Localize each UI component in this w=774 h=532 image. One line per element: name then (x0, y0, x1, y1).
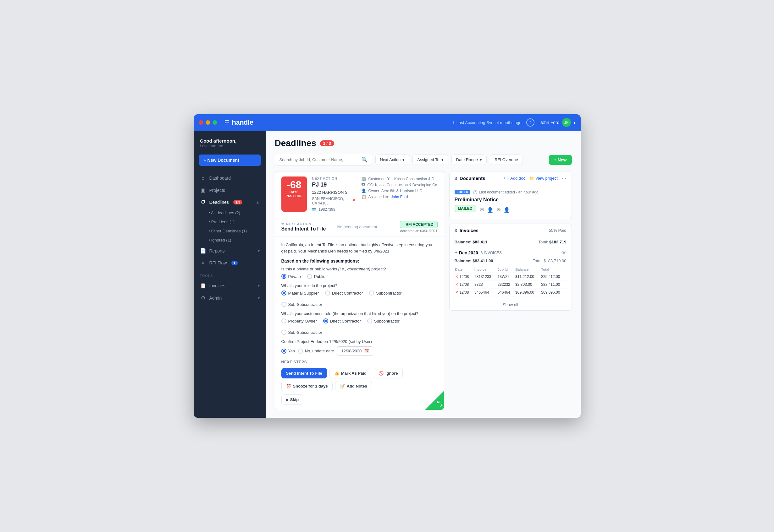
user-area[interactable]: John Ford JF ▾ (539, 118, 575, 127)
user2-icon[interactable]: 👤 (504, 207, 510, 213)
q2-direct-contractor[interactable]: Direct Contractor (325, 290, 363, 296)
deadline-card: -68 DAYS PAST DUE NEXT ACTION PJ 19 1222… (275, 171, 444, 410)
job-id: PJ 19 (312, 182, 356, 188)
skip-button[interactable]: » Skip (281, 394, 304, 405)
q3-property-owner-radio[interactable] (281, 318, 286, 323)
q2-sub-subcontractor-radio[interactable] (281, 302, 286, 307)
rfi-accepted-date: Accepted at: 03/31/2021 (400, 229, 437, 233)
close-button[interactable] (199, 120, 203, 125)
q3-sub-subcontractor-radio[interactable] (281, 330, 286, 335)
q3-subcontractor-radio[interactable] (367, 318, 372, 323)
month-header[interactable]: + Dec 2020 3 INVOICES 👁 (455, 247, 566, 258)
sidebar-item-dashboard[interactable]: ⌂ Dashboard (193, 172, 266, 184)
new-button[interactable]: + New (549, 155, 572, 165)
cell-invoice: 23131233 (474, 273, 497, 281)
next-action-filter[interactable]: Next Action ▾ (375, 155, 410, 165)
col-date: Date (455, 266, 474, 273)
balance-label: Balance: (455, 240, 471, 244)
x-icon[interactable]: ✕ (455, 282, 458, 287)
add-notes-button[interactable]: 📝 Add Notes (335, 381, 372, 391)
invoice-table: Date Invoice Job Id Balance Total ✕12/08… (455, 266, 566, 296)
sidebar-item-rfi-flow[interactable]: ≡ RFI Flow 1 (193, 257, 266, 269)
q4-no[interactable]: No, update date (298, 349, 334, 354)
q1-public-radio[interactable] (307, 274, 312, 279)
new-document-button[interactable]: + New Document (199, 155, 261, 166)
q2-material-supplier[interactable]: Material Supplier (281, 290, 319, 296)
view-project-link[interactable]: 📁 View project (529, 176, 558, 181)
sidebar-item-other-deadlines[interactable]: • Other Deadlines (1) (209, 226, 266, 236)
question-2: What's your role in the project? (281, 283, 438, 288)
sidebar-item-projects[interactable]: ▣ Projects (193, 184, 266, 196)
gc-icon: 🏗 (361, 182, 365, 187)
q2-material-supplier-radio[interactable] (281, 290, 286, 296)
email-icon[interactable]: ✉ (480, 207, 484, 213)
question-4-block: Confirm Project Ended on 12/8/2020 (set … (281, 339, 438, 356)
cell-balance: $11,212.00 (515, 273, 540, 281)
calendar-icon[interactable]: 📅 (364, 349, 369, 353)
month-total: Total: $183,719.00 (533, 258, 566, 263)
date-value: 12/08/2020 (341, 349, 362, 353)
user-icon[interactable]: 👤 (487, 207, 493, 213)
assigned-icon: 📋 (361, 194, 366, 199)
assigned-to-filter[interactable]: Assigned To ▾ (412, 155, 448, 165)
q1-public[interactable]: Public (307, 274, 325, 279)
search-input[interactable] (280, 157, 359, 162)
minimize-button[interactable] (206, 120, 210, 125)
fullscreen-button[interactable] (213, 120, 217, 125)
send-intent-button[interactable]: Send Intent To File (281, 368, 327, 378)
sidebar-item-invoices[interactable]: 📋 Invoices ▾ (193, 280, 266, 292)
expand-month-icon[interactable]: + (455, 249, 458, 256)
skip-icon: » (286, 397, 288, 402)
search-box[interactable]: 🔍 (275, 154, 372, 166)
q4-no-radio[interactable] (298, 349, 303, 354)
menu-icon[interactable]: ☰ (225, 119, 230, 126)
email2-icon[interactable]: ✉ (496, 207, 500, 213)
q3-subcontractor[interactable]: Subcontractor (367, 318, 400, 323)
past-due-label: PAST DUE (286, 194, 303, 198)
overdue-days-label: DAYS (286, 190, 303, 194)
sidebar-item-reports[interactable]: 📄 Reports ▾ (193, 245, 266, 257)
add-doc-link[interactable]: + + Add doc (503, 176, 525, 181)
q2-direct-contractor-radio[interactable] (325, 290, 330, 296)
sidebar-item-ignored[interactable]: • Ignored (1) (209, 236, 266, 245)
company-name: Loveland Inc (200, 144, 260, 148)
show-all-link[interactable]: Show all (450, 299, 571, 310)
ignore-button[interactable]: 🚫 Ignore (374, 368, 403, 378)
q3-sub-subcontractor[interactable]: Sub-Subcontractor (281, 330, 322, 335)
q3-direct-contractor[interactable]: Direct Contractor (323, 318, 361, 323)
cell-invoice: 3323 (474, 281, 497, 289)
q3-property-owner[interactable]: Property Owner (281, 318, 317, 323)
x-icon[interactable]: ✕ (455, 290, 458, 295)
table-row: ✕12/08 3323 232232 $2,303.00 $88,411.00 (455, 281, 566, 289)
date-range-filter[interactable]: Date Range ▾ (451, 155, 487, 165)
q2-subcontractor[interactable]: Subcontractor (369, 290, 401, 296)
sidebar: Good afternoon, Loveland Inc + New Docum… (193, 131, 266, 418)
q2-subcontractor-radio[interactable] (369, 290, 374, 296)
overdue-filter[interactable]: RFI Overdue (490, 155, 522, 165)
q4-yes[interactable]: Yes (281, 349, 295, 354)
q1-private-radio[interactable] (281, 274, 286, 279)
sidebar-item-admin[interactable]: ⚙ Admin ▾ (193, 292, 266, 304)
mark-paid-button[interactable]: 👍 Mark As Paid (330, 368, 371, 378)
q4-yes-radio[interactable] (281, 349, 286, 354)
question-1-block: Is this a private or public works (i.e.,… (281, 267, 438, 279)
assigned-to-link[interactable]: John Ford (391, 195, 408, 199)
q2-sub-subcontractor[interactable]: Sub-Subcontractor (281, 302, 322, 307)
x-icon[interactable]: ✕ (455, 274, 458, 279)
next-steps-label: Next Steps (281, 360, 438, 364)
greeting-text: Good afternoon, (200, 138, 260, 144)
sync-info: ℹ Last Accounting Sync 4 months ago (453, 120, 521, 125)
more-options-icon[interactable]: ⋯ (561, 175, 566, 181)
doc-name: Preliminary Notice (455, 197, 566, 203)
snooze-button[interactable]: ⏰ Snooze for 1 days (281, 381, 333, 391)
sidebar-item-pre-liens[interactable]: • Pre Liens (1) (209, 217, 266, 226)
app-logo: handle (232, 118, 254, 127)
sidebar-item-deadlines[interactable]: ⏱ Deadlines 1/3 ▲ (193, 196, 266, 208)
q1-private[interactable]: Private (281, 274, 301, 279)
q3-direct-contractor-radio[interactable] (323, 318, 328, 323)
question-2-options: Material Supplier Direct Contractor Subc… (281, 290, 438, 307)
help-button[interactable]: ? (526, 118, 534, 127)
table-row: ✕12/08 3465464 646464 $69,896.00 $69,896… (455, 289, 566, 296)
sidebar-item-all-deadlines[interactable]: • All deadlines (2) (209, 208, 266, 217)
date-input[interactable]: 12/08/2020 📅 (337, 346, 373, 356)
